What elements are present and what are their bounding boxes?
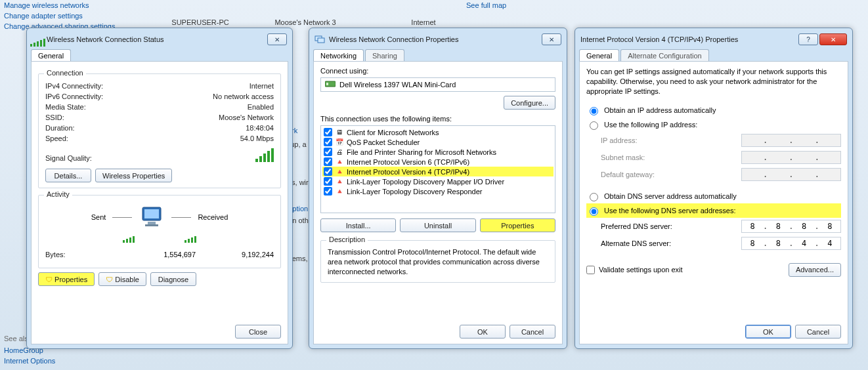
item-checkbox[interactable] [324, 187, 332, 195]
diagnose-button[interactable]: Diagnose [150, 272, 196, 286]
close-icon[interactable]: ✕ [819, 33, 847, 45]
nav-change-adapter[interactable]: Change adapter settings [4, 10, 122, 21]
monitor-icon [139, 206, 165, 228]
label-sent: Sent [91, 213, 106, 221]
window-connection-properties: Wireless Network Connection Properties ✕… [309, 28, 567, 349]
label-received: Received [198, 213, 228, 221]
list-item[interactable]: 🖨File and Printer Sharing for Microsoft … [322, 147, 553, 157]
item-checkbox[interactable] [324, 148, 332, 156]
label-subnet-mask: Subnet mask: [601, 154, 645, 161]
svg-rect-7 [326, 83, 328, 85]
label-validate: Validate settings upon exit [599, 266, 683, 274]
item-checkbox[interactable] [324, 177, 332, 186]
nav-manage-wireless[interactable]: Manage wireless networks [4, 0, 122, 10]
item-checkbox[interactable] [324, 138, 332, 146]
cancel-button[interactable]: Cancel [510, 325, 555, 339]
item-checkbox[interactable] [324, 167, 332, 176]
svg-rect-3 [145, 224, 158, 226]
value-duration: 18:48:04 [246, 124, 274, 132]
tab-alternate-config[interactable]: Alternate Configuration [620, 49, 709, 62]
window-title: Wireless Network Connection Properties [329, 35, 540, 43]
client-icon: 🖥 [335, 129, 344, 136]
item-label: Link-Layer Topology Discovery Mapper I/O… [347, 178, 504, 186]
window-ipv4-properties: Internet Protocol Version 4 (TCP/IPv4) P… [575, 28, 853, 349]
see-also-internet-options[interactable]: Internet Options [4, 356, 55, 366]
protocol-list[interactable]: 🖥Client for Microsoft Networks 📅QoS Pack… [320, 125, 555, 213]
value-ipv4: Internet [250, 82, 274, 90]
help-icon[interactable]: ? [798, 33, 818, 45]
protocol-icon: 🔺 [335, 158, 344, 166]
details-button[interactable]: Details... [45, 169, 91, 182]
item-properties-button[interactable]: Properties [480, 218, 555, 232]
map-network-name: Moose's Network 3 [266, 18, 345, 26]
label-media: Media State: [45, 103, 86, 111]
close-icon[interactable]: ✕ [267, 33, 287, 45]
subnet-mask-field: ... [741, 151, 841, 164]
default-gateway-field: ... [741, 168, 841, 181]
window-title: Internet Protocol Version 4 (TCP/IPv4) P… [580, 35, 797, 43]
see-full-map-link[interactable]: See full map [466, 0, 506, 10]
label-ipv6: IPv6 Connectivity: [45, 92, 103, 100]
network-icon [315, 34, 325, 45]
list-item[interactable]: 🔺Link-Layer Topology Discovery Mapper I/… [322, 176, 553, 186]
tab-networking[interactable]: Networking [313, 49, 364, 62]
item-label: QoS Packet Scheduler [347, 138, 420, 146]
ok-button[interactable]: OK [460, 325, 506, 339]
signal-bars-icon [255, 148, 274, 162]
service-icon: 🖨 [335, 148, 344, 156]
label-connect-using: Connect using: [320, 67, 555, 75]
tab-general[interactable]: General [579, 49, 619, 62]
list-item[interactable]: 📅QoS Packet Scheduler [322, 137, 553, 147]
label-ip-address: IP address: [601, 136, 637, 144]
label-speed: Speed: [45, 134, 68, 142]
uninstall-button[interactable]: Uninstall [400, 218, 475, 232]
window-connection-status: Wireless Network Connection Status ✕ Gen… [26, 28, 293, 349]
item-checkbox[interactable] [324, 157, 332, 166]
group-activity: Activity [44, 190, 72, 198]
label-duration: Duration: [45, 124, 75, 132]
radio-dns-manual[interactable] [590, 207, 598, 216]
configure-button[interactable]: Configure... [504, 96, 555, 110]
value-bytes-sent: 1,554,697 [163, 251, 196, 258]
protocol-icon: 🔺 [335, 178, 344, 186]
value-ssid: Moose's Network [219, 113, 274, 121]
wireless-properties-button[interactable]: Wireless Properties [95, 169, 172, 182]
value-ipv6: No network access [213, 92, 274, 100]
install-button[interactable]: Install... [320, 218, 396, 232]
tab-sharing[interactable]: Sharing [365, 49, 404, 62]
radio-ip-manual[interactable] [590, 121, 598, 130]
label-uses-items: This connection uses the following items… [320, 115, 555, 123]
disable-button[interactable]: 🛡 Disable [98, 272, 146, 286]
list-item-selected[interactable]: 🔺Internet Protocol Version 4 (TCP/IPv4) [322, 167, 553, 176]
item-label: Link-Layer Topology Discovery Responder [347, 188, 482, 195]
item-checkbox[interactable] [324, 128, 332, 136]
label-ip-manual: Use the following IP address: [604, 121, 697, 129]
properties-button[interactable]: 🛡 Properties [38, 272, 95, 286]
validate-checkbox[interactable] [586, 266, 595, 274]
signal-icon [32, 34, 43, 45]
control-panel-nav: Manage wireless networks Change adapter … [4, 0, 122, 31]
preferred-dns-field[interactable]: 8.8.8.8 [741, 220, 841, 233]
sent-bars-icon [123, 228, 135, 243]
tab-general[interactable]: General [31, 49, 71, 62]
ok-button[interactable]: OK [745, 325, 791, 339]
close-icon[interactable]: ✕ [542, 33, 561, 45]
protocol-icon: 🔺 [335, 168, 344, 176]
value-speed: 54.0 Mbps [240, 134, 274, 142]
cancel-button[interactable]: Cancel [795, 325, 841, 339]
alternate-dns-field[interactable]: 8.8.4.4 [741, 237, 841, 250]
list-item[interactable]: 🔺Internet Protocol Version 6 (TCP/IPv6) [322, 157, 553, 167]
adapter-icon [325, 80, 336, 89]
label-default-gateway: Default gateway: [601, 171, 655, 178]
radio-ip-auto[interactable] [590, 107, 598, 115]
advanced-button[interactable]: Advanced... [789, 263, 841, 277]
list-item[interactable]: 🔺Link-Layer Topology Discovery Responder [322, 186, 553, 196]
shield-icon: 🛡 [106, 276, 113, 283]
item-label: Internet Protocol Version 4 (TCP/IPv4) [347, 168, 469, 176]
svg-rect-5 [318, 38, 324, 43]
label-alternate-dns: Alternate DNS server: [601, 239, 671, 247]
close-button[interactable]: Close [235, 325, 281, 339]
radio-dns-auto[interactable] [590, 193, 598, 201]
list-item[interactable]: 🖥Client for Microsoft Networks [322, 127, 553, 137]
intro-text: You can get IP settings assigned automat… [586, 67, 841, 96]
